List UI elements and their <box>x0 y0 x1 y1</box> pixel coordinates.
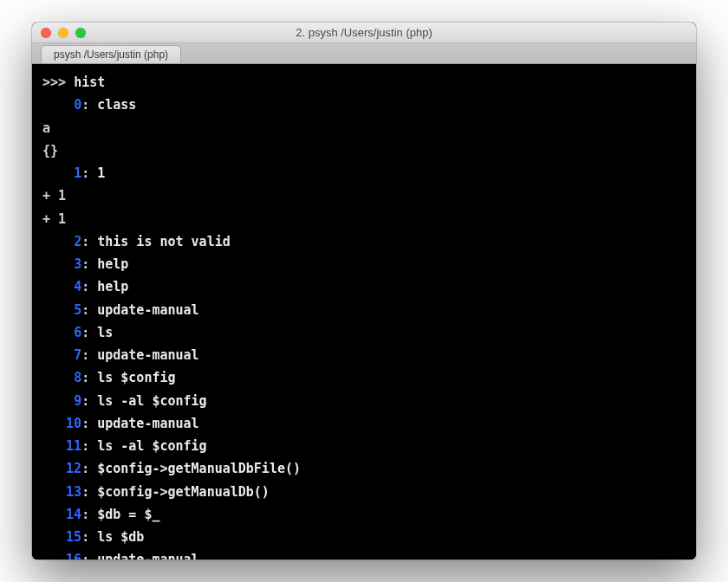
history-entry: 4: help <box>42 275 686 298</box>
history-entry: 0: class <box>42 94 686 116</box>
history-entry: 13: $config->getManualDb() <box>42 481 686 503</box>
prompt-line: >>> hist <box>42 71 686 94</box>
history-entry: 16: update-manual <box>42 548 686 559</box>
history-entry: 1: 1 <box>42 162 686 184</box>
command: hist <box>74 74 105 90</box>
history-entry: 7: update-manual <box>42 344 686 366</box>
history-entry: 6: ls <box>42 321 686 344</box>
output-line: {} <box>42 139 686 162</box>
tab-psysh[interactable]: psysh /Users/justin (php) <box>41 45 181 63</box>
history-entry: 15: ls $db <box>42 526 686 548</box>
history-entry: 3: help <box>42 253 686 275</box>
titlebar[interactable]: 2. psysh /Users/justin (php) <box>32 23 696 43</box>
history-entry: 8: ls $config <box>42 366 686 389</box>
history-entry: 10: update-manual <box>42 412 686 435</box>
history-entry: 5: update-manual <box>42 299 686 321</box>
traffic-lights <box>41 28 86 38</box>
terminal-output[interactable]: >>> hist 0: classa{} 1: 1+ 1+ 1 2: this … <box>32 64 696 559</box>
output-line: a <box>42 117 686 139</box>
history-entry: 14: $db = $_ <box>42 503 686 526</box>
output-line: + 1 <box>42 208 686 230</box>
history-entry: 11: ls -al $config <box>42 435 686 457</box>
history-entry: 2: this is not valid <box>42 230 686 253</box>
prompt: >>> <box>42 74 74 90</box>
output-line: + 1 <box>42 184 686 207</box>
zoom-icon[interactable] <box>75 28 86 38</box>
history-entry: 9: ls -al $config <box>42 390 686 412</box>
window-title: 2. psysh /Users/justin (php) <box>32 26 696 39</box>
close-icon[interactable] <box>41 28 51 38</box>
history-entry: 12: $config->getManualDbFile() <box>42 457 686 480</box>
terminal-window: 2. psysh /Users/justin (php) psysh /User… <box>32 23 696 559</box>
tabbar: psysh /Users/justin (php) <box>32 43 696 64</box>
tab-label: psysh /Users/justin (php) <box>54 48 168 61</box>
minimize-icon[interactable] <box>58 28 68 38</box>
